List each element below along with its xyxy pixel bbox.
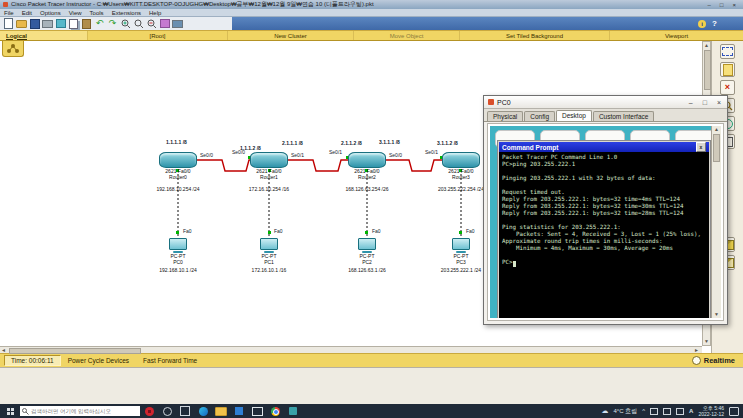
minimize-icon[interactable]: –: [689, 99, 693, 106]
store-icon[interactable]: [230, 407, 248, 415]
zoom-reset-icon[interactable]: [133, 18, 144, 29]
menu-options[interactable]: Options: [40, 10, 61, 16]
pc-icon[interactable]: [143, 238, 213, 253]
print-icon[interactable]: [42, 18, 53, 29]
device-note[interactable]: 168.126.63.1 /26: [332, 267, 402, 273]
terminal-text[interactable]: Packet Tracer PC Command Line 1.0 PC>pin…: [499, 152, 709, 268]
new-file-icon[interactable]: [3, 18, 14, 29]
cortana-icon[interactable]: [158, 407, 176, 416]
tray-display-icon[interactable]: [663, 408, 671, 415]
device-note[interactable]: 168.126.63.254 /26: [332, 186, 402, 192]
file-explorer-icon[interactable]: [212, 407, 230, 416]
tab-desktop[interactable]: Desktop: [556, 110, 592, 121]
pc0-device[interactable]: PC-PT PC0 192.168.10.1 /24: [143, 238, 213, 273]
menu-tools[interactable]: Tools: [90, 10, 104, 16]
device-note[interactable]: 192.168.10.254 /24: [143, 186, 213, 192]
command-prompt-window[interactable]: Command Prompt x Packet Tracer PC Comman…: [497, 140, 711, 318]
ip-note-6[interactable]: 3.1.1.2 /8: [437, 140, 458, 146]
new-cluster-button[interactable]: New Cluster: [228, 31, 354, 40]
router1-device[interactable]: 2621 Fa0/0 Router1 172.16.10.254 /16: [234, 152, 304, 192]
scroll-right-icon[interactable]: ►: [694, 348, 699, 353]
device-note[interactable]: 192.168.10.1 /24: [143, 267, 213, 273]
custom-devices-icon[interactable]: [172, 18, 183, 29]
router0-device[interactable]: 2621 Fa0/0 Router0 192.168.10.254 /24: [143, 152, 213, 192]
info-icon[interactable]: i: [698, 20, 706, 28]
open-file-icon[interactable]: [16, 18, 27, 29]
close-icon[interactable]: ×: [732, 2, 736, 8]
command-prompt-titlebar[interactable]: Command Prompt x: [499, 142, 709, 152]
router-icon[interactable]: [442, 152, 480, 168]
place-note-tool-icon[interactable]: [720, 62, 735, 77]
start-button[interactable]: [0, 408, 20, 415]
edge-icon[interactable]: [194, 407, 212, 416]
select-tool-icon[interactable]: [720, 44, 735, 59]
minimize-icon[interactable]: –: [708, 2, 711, 8]
weather-cloud-icon[interactable]: ☁: [602, 407, 609, 415]
move-object-button[interactable]: Move Object: [354, 31, 460, 40]
taskbar-search[interactable]: [20, 406, 140, 416]
tray-volume-icon[interactable]: [676, 408, 684, 415]
ip-note-1[interactable]: 1.1.1.1 /8: [166, 139, 187, 145]
paste-icon[interactable]: [81, 18, 92, 29]
zoom-in-icon[interactable]: [120, 18, 131, 29]
workspace-horizontal-scrollbar[interactable]: ◄ ►: [0, 346, 702, 353]
scroll-thumb[interactable]: [704, 50, 711, 90]
router-icon[interactable]: [348, 152, 386, 168]
device-note[interactable]: 172.16.10.1 /16: [234, 267, 304, 273]
scroll-up-icon[interactable]: ▲: [714, 127, 719, 132]
root-button[interactable]: [Root]: [88, 31, 228, 40]
router2-device[interactable]: 2621 Fa0/0 Router2 168.126.63.254 /26: [332, 152, 402, 192]
device-note[interactable]: 172.16.10.254 /16: [234, 186, 304, 192]
search-input[interactable]: [20, 407, 140, 415]
activity-wizard-icon[interactable]: [55, 18, 66, 29]
task-view-icon[interactable]: [176, 406, 194, 416]
scroll-up-icon[interactable]: ▲: [704, 43, 709, 48]
pc-window-titlebar[interactable]: PC0 – □ ×: [484, 96, 727, 109]
delete-tool-icon[interactable]: ×: [720, 80, 735, 95]
chrome-icon[interactable]: [266, 407, 284, 416]
redo-icon[interactable]: ↷: [107, 18, 118, 29]
power-cycle-devices-button[interactable]: Power Cycle Devices: [61, 356, 136, 365]
drawing-palette-icon[interactable]: [159, 18, 170, 29]
menu-view[interactable]: View: [69, 10, 82, 16]
realtime-tab[interactable]: Realtime: [692, 356, 735, 365]
scroll-thumb[interactable]: [713, 134, 720, 162]
weather-text[interactable]: 4°C 흐림: [614, 407, 638, 416]
menu-edit[interactable]: Edit: [22, 10, 32, 16]
copy-icon[interactable]: [68, 18, 79, 29]
ip-note-5[interactable]: 3.1.1.1 /8: [379, 139, 400, 145]
terminal-output[interactable]: Packet Tracer PC Command Line 1.0 PC>pin…: [499, 152, 709, 318]
undo-icon[interactable]: ↶: [94, 18, 105, 29]
pc1-device[interactable]: PC-PT PC1 172.16.10.1 /16: [234, 238, 304, 273]
save-icon[interactable]: [29, 18, 40, 29]
set-tiled-background-button[interactable]: Set Tiled Background: [460, 31, 610, 40]
fast-forward-time-button[interactable]: Fast Forward Time: [136, 356, 204, 365]
maximize-icon[interactable]: □: [703, 99, 707, 106]
tab-config[interactable]: Config: [524, 111, 555, 121]
notification-center-icon[interactable]: [729, 407, 739, 416]
tab-physical[interactable]: Physical: [487, 111, 523, 121]
tab-logical[interactable]: Logical: [0, 31, 88, 40]
pc2-device[interactable]: PC-PT PC2 168.126.63.1 /26: [332, 238, 402, 273]
router-icon[interactable]: [159, 152, 197, 168]
pc-icon[interactable]: [234, 238, 304, 253]
close-icon[interactable]: x: [696, 142, 706, 152]
close-icon[interactable]: ×: [717, 99, 721, 106]
zoom-out-icon[interactable]: [146, 18, 157, 29]
menu-extensions[interactable]: Extensions: [112, 10, 141, 16]
pc-icon[interactable]: [332, 238, 402, 253]
scroll-down-icon[interactable]: ▼: [704, 339, 709, 344]
mail-icon[interactable]: [248, 407, 266, 416]
scroll-down-icon[interactable]: ▼: [714, 312, 719, 317]
scroll-thumb[interactable]: [9, 348, 141, 354]
seasonal-flower-icon[interactable]: [140, 407, 158, 416]
tray-network-icon[interactable]: [650, 408, 658, 415]
ip-note-3[interactable]: 2.1.1.1 /8: [282, 140, 303, 146]
hidden-icons-chevron[interactable]: ^: [642, 408, 645, 414]
desktop-scrollbar[interactable]: ▲ ▼: [711, 126, 721, 318]
router-icon[interactable]: [250, 152, 288, 168]
viewport-button[interactable]: Viewport: [610, 31, 743, 40]
packet-tracer-taskbar-icon[interactable]: [284, 407, 302, 415]
menu-file[interactable]: File: [4, 10, 14, 16]
tab-custom-interface[interactable]: Custom Interface: [593, 111, 655, 121]
